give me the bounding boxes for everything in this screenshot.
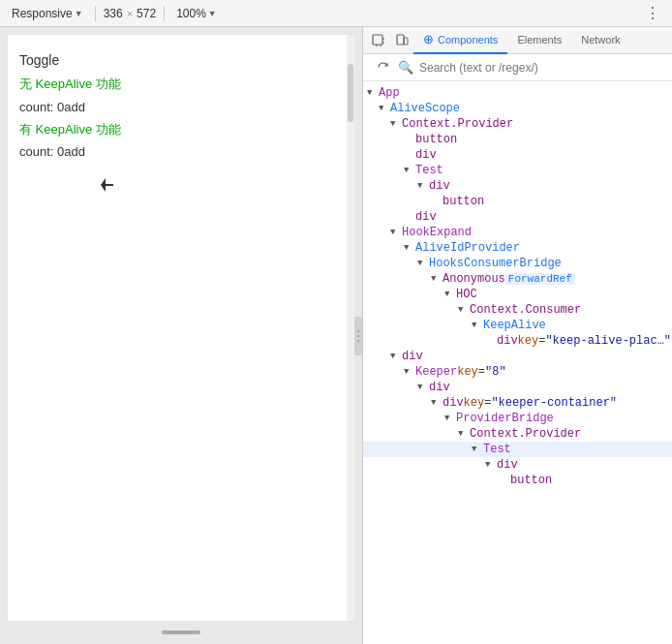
tree-row-div-outer[interactable]: div (363, 349, 672, 364)
viewport-width[interactable]: 336 (104, 7, 123, 20)
tree-row-providerbridge[interactable]: ProviderBridge (363, 411, 672, 426)
tree-row-div-keeper-container[interactable]: div key="keeper-container" (363, 395, 672, 411)
more-options-btn[interactable]: ⋮ (641, 4, 664, 22)
attr-eq-keepalive: = (538, 334, 545, 348)
preview-pane: Toggle 无 KeepAlive 功能 count: 0add 有 Keep… (0, 27, 363, 644)
expand-arrow-hooksconsumerbridge[interactable] (417, 259, 429, 268)
forwardref-badge: ForwardRef (505, 273, 575, 285)
tree-row-context-provider-1[interactable]: Context.Provider (363, 116, 672, 132)
attr-val-keeper: "8" (485, 365, 506, 379)
tree-row-app[interactable]: App (363, 85, 672, 101)
tree-row-button-test-inner[interactable]: button (363, 194, 672, 209)
tree-row-div-1[interactable]: div (363, 147, 672, 163)
has-keepalive-text: 有 KeepAlive 功能 (19, 118, 343, 140)
preview-content: Toggle 无 KeepAlive 功能 count: 0add 有 Keep… (8, 35, 354, 621)
expand-arrow-providerbridge[interactable] (444, 414, 456, 423)
scrollbar-thumb[interactable] (348, 64, 353, 122)
tree-row-test-1[interactable]: Test (363, 163, 672, 178)
expand-arrow-alivescope[interactable] (379, 104, 390, 113)
attr-key-keepalive: key (518, 334, 539, 348)
preview-bottom-handle[interactable] (162, 630, 200, 634)
tag-button-test-2: button (510, 474, 552, 487)
expand-arrow-test-2[interactable] (472, 445, 483, 454)
component-hookexpand: HookExpand (402, 226, 472, 239)
handle-dot-2 (357, 335, 359, 337)
tree-row-button-test-2[interactable]: button (363, 473, 672, 488)
tree-row-hookexpand[interactable]: HookExpand (363, 225, 672, 240)
toggle-text: Toggle (19, 48, 343, 73)
component-tree: App AliveScope Context.Provider button d… (363, 81, 672, 644)
tree-row-context-consumer[interactable]: Context.Consumer (363, 302, 672, 318)
search-input[interactable] (419, 61, 664, 75)
count-0-text: count: 0add (19, 96, 343, 118)
tree-row-alivescope[interactable]: AliveScope (363, 101, 672, 116)
expand-arrow-anonymous[interactable] (431, 274, 443, 284)
tag-div-keeper-container: div (443, 396, 464, 410)
handle-dots (357, 330, 359, 342)
toolbar-left: Responsive ▼ 336 × 572 100% ▼ ⋮ (8, 4, 664, 22)
refresh-btn[interactable] (371, 56, 394, 79)
expand-arrow-app[interactable] (367, 88, 379, 98)
devtools-panel: ⊕ Components Elements Network 🔍 (363, 27, 672, 644)
device-toggle-btn[interactable] (390, 29, 413, 52)
tree-row-div-keeper-inner[interactable]: div (363, 380, 672, 395)
expand-arrow-keepalive[interactable] (472, 321, 483, 330)
preview-resize-handle[interactable] (354, 317, 362, 355)
handle-dot-3 (357, 340, 359, 342)
expand-arrow-aliveidprovider[interactable] (404, 243, 415, 253)
tree-row-keeper[interactable]: Keeper key="8" (363, 364, 672, 380)
preview-scrollbar[interactable] (347, 35, 354, 621)
expand-arrow-hoc[interactable] (444, 290, 456, 299)
device-dropdown-arrow: ▼ (75, 9, 83, 18)
expand-arrow-div-test-2[interactable] (485, 460, 497, 470)
toolbar-separator-2 (164, 6, 165, 21)
tree-row-div-test-2[interactable]: div (363, 457, 672, 473)
tag-div-keeper-inner: div (429, 381, 450, 394)
inspect-element-btn[interactable] (367, 29, 390, 52)
tab-network[interactable]: Network (571, 27, 629, 54)
expand-arrow-div-test-inner[interactable] (417, 181, 429, 191)
expand-arrow-context-provider-1[interactable] (390, 119, 402, 129)
component-providerbridge: ProviderBridge (456, 412, 554, 425)
component-hoc: HOC (456, 288, 477, 301)
zoom-selector[interactable]: 100% ▼ (172, 5, 221, 22)
expand-arrow-div-outer[interactable] (390, 352, 402, 361)
expand-arrow-div-keeper-container[interactable] (431, 398, 443, 408)
expand-arrow-hookexpand[interactable] (390, 228, 402, 237)
expand-arrow-test-1[interactable] (404, 166, 415, 175)
tag-div-1: div (415, 148, 437, 162)
tree-row-context-provider-2[interactable]: Context.Provider (363, 426, 672, 442)
attr-val-keeper-container: "keeper-container" (491, 396, 617, 410)
tree-row-button-1[interactable]: button (363, 132, 672, 147)
expand-arrow-div-keeper-inner[interactable] (417, 383, 429, 392)
components-tab-label: Components (438, 34, 498, 46)
zoom-dropdown-arrow: ▼ (208, 9, 217, 18)
attr-eq-keeper: = (478, 365, 485, 379)
component-context-consumer: Context.Consumer (470, 303, 581, 317)
svg-rect-1 (397, 35, 404, 45)
tree-row-div-test-inner[interactable]: div (363, 178, 672, 194)
expand-arrow-context-provider-2[interactable] (458, 429, 470, 439)
preview-bottom-bar (0, 621, 362, 644)
tag-div-test-2: div (497, 458, 518, 472)
tree-row-aliveidprovider[interactable]: AliveIdProvider (363, 240, 672, 256)
component-keepalive: KeepAlive (483, 319, 546, 332)
component-anonymous: Anonymous (443, 272, 505, 286)
tab-elements[interactable]: Elements (507, 27, 571, 54)
tree-row-hooksconsumerbridge[interactable]: HooksConsumerBridge (363, 256, 672, 271)
attr-eq-container: = (484, 396, 491, 410)
expand-arrow-context-consumer[interactable] (458, 305, 470, 315)
tree-row-anonymous[interactable]: Anonymous ForwardRef (363, 271, 672, 287)
component-hooksconsumerbridge: HooksConsumerBridge (429, 257, 562, 270)
tree-row-div-keepalive[interactable]: div key="keep-alive-plac…" (363, 333, 672, 349)
tree-row-test-2[interactable]: Test (363, 442, 672, 457)
tree-row-hoc[interactable]: HOC (363, 287, 672, 302)
tag-button-test-inner: button (443, 195, 484, 208)
tab-components[interactable]: ⊕ Components (413, 27, 507, 54)
viewport-height[interactable]: 572 (137, 7, 156, 20)
expand-arrow-keeper[interactable] (404, 367, 415, 377)
tree-row-keepalive[interactable]: KeepAlive (363, 318, 672, 333)
device-selector[interactable]: Responsive ▼ (8, 5, 87, 22)
tree-row-div-after-test[interactable]: div (363, 209, 672, 225)
toolbar: Responsive ▼ 336 × 572 100% ▼ ⋮ (0, 0, 672, 27)
